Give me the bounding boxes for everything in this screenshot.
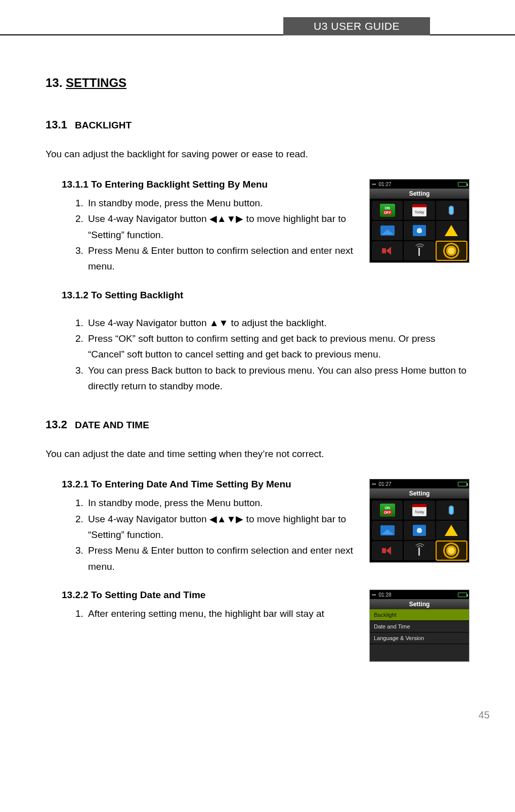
gear-icon bbox=[445, 244, 458, 257]
menu-contacts bbox=[404, 521, 435, 540]
setting-list-blank bbox=[370, 644, 469, 661]
list-item: Use 4-way Navigator button ◀▲▼▶ to move … bbox=[86, 511, 363, 543]
header-rule-left bbox=[0, 17, 283, 35]
heading-13-settings: 13. SETTINGS bbox=[46, 76, 469, 90]
signal-dots-icon: ••• bbox=[372, 481, 376, 487]
menu-mail bbox=[372, 521, 403, 540]
list-item: Use 4-way Navigator button ▲▼ to adjust … bbox=[86, 315, 469, 331]
device-screen-title: Setting bbox=[370, 488, 469, 499]
menu-setting-selected bbox=[436, 241, 467, 260]
device-clock: 01:27 bbox=[379, 481, 392, 487]
steps-13-1-2: Use 4-way Navigator button ▲▼ to adjust … bbox=[62, 315, 469, 394]
menu-calendar: Today bbox=[404, 201, 435, 220]
steps-13-1-1: In standby mode, press the Menu button. … bbox=[62, 195, 363, 275]
list-item: In standby mode, press the Menu button. bbox=[86, 495, 363, 511]
steps-13-2-2: After entering setting menu, the highlig… bbox=[62, 606, 363, 621]
setting-row-language: Language & Version bbox=[370, 633, 469, 644]
signal-dots-icon: ••• bbox=[372, 592, 376, 598]
heading-13-2-title: DATE AND TIME bbox=[75, 420, 149, 430]
list-item: You can press Back button to back to pre… bbox=[86, 363, 469, 394]
list-item: After entering setting menu, the highlig… bbox=[86, 606, 363, 621]
menu-onoff: ONOFF bbox=[372, 201, 403, 220]
device-status-bar: ••• 01:28 bbox=[370, 590, 469, 599]
device-screenshot-setting-grid-2: ••• 01:27 Setting ONOFF Today bbox=[369, 479, 469, 563]
device-clock: 01:27 bbox=[379, 182, 392, 187]
heading-13-1-title: BACKLIGHT bbox=[75, 120, 132, 130]
device-screenshot-setting-list: ••• 01:28 Setting Backlight Date and Tim… bbox=[369, 590, 469, 662]
battery-icon bbox=[458, 182, 467, 187]
list-item: Press Menu & Enter button to confirm sel… bbox=[86, 243, 363, 275]
device-screenshot-setting-grid-1: ••• 01:27 Setting ONOFF Today bbox=[369, 179, 469, 263]
battery-icon bbox=[458, 482, 467, 486]
heading-13-2-2: 13.2.2 To Setting Date and Time bbox=[62, 590, 363, 601]
device-status-bar: ••• 01:27 bbox=[370, 479, 469, 488]
page-body: 13. SETTINGS 13.1 BACKLIGHT You can adju… bbox=[0, 35, 515, 674]
menu-onoff: ONOFF bbox=[372, 501, 403, 520]
menu-calendar: Today bbox=[404, 501, 435, 520]
menu-alert bbox=[436, 521, 467, 540]
device-setting-list: Backlight Date and Time Language & Versi… bbox=[370, 609, 469, 661]
list-item: In standby mode, press the Menu button. bbox=[86, 195, 363, 211]
menu-mail bbox=[372, 221, 403, 240]
header-title: U3 USER GUIDE bbox=[283, 17, 430, 35]
device-menu-grid: ONOFF Today bbox=[370, 199, 469, 262]
device-clock: 01:28 bbox=[379, 592, 392, 598]
heading-13-title: SETTINGS bbox=[66, 76, 126, 89]
list-item: Use 4-way Navigator button ◀▲▼▶ to move … bbox=[86, 211, 363, 243]
page-number: 45 bbox=[0, 709, 490, 721]
setting-row-datetime: Date and Time bbox=[370, 621, 469, 633]
heading-13-number: 13. bbox=[46, 76, 62, 89]
battery-icon bbox=[458, 593, 467, 597]
menu-mic bbox=[436, 201, 467, 220]
menu-alert bbox=[436, 221, 467, 240]
menu-setting-selected bbox=[436, 541, 467, 560]
device-status-bar: ••• 01:27 bbox=[370, 179, 469, 189]
menu-sound bbox=[372, 241, 403, 260]
heading-13-2: 13.2 DATE AND TIME bbox=[46, 418, 469, 431]
intro-13-1: You can adjust the backlight for saving … bbox=[46, 149, 469, 160]
doc-header: U3 USER GUIDE bbox=[0, 0, 515, 35]
list-item: Press “OK” soft button to confirm settin… bbox=[86, 331, 469, 363]
heading-13-2-number: 13.2 bbox=[46, 418, 67, 431]
heading-13-1: 13.1 BACKLIGHT bbox=[46, 118, 469, 131]
signal-dots-icon: ••• bbox=[372, 182, 376, 187]
heading-13-2-1: 13.2.1 To Entering Date And Time Setting… bbox=[62, 479, 363, 490]
heading-13-1-1: 13.1.1 To Entering Backlight Setting By … bbox=[62, 179, 363, 190]
menu-sound bbox=[372, 541, 403, 560]
device-menu-grid: ONOFF Today bbox=[370, 499, 469, 562]
heading-13-1-2: 13.1.2 To Setting Backlight bbox=[62, 290, 469, 301]
menu-contacts bbox=[404, 221, 435, 240]
heading-13-1-number: 13.1 bbox=[46, 118, 67, 131]
menu-network bbox=[404, 241, 435, 260]
device-screen-title: Setting bbox=[370, 599, 469, 609]
device-screen-title: Setting bbox=[370, 189, 469, 199]
header-rule-right bbox=[430, 17, 515, 35]
steps-13-2-1: In standby mode, press the Menu button. … bbox=[62, 495, 363, 574]
intro-13-2: You can adjust the date and time setting… bbox=[46, 448, 469, 460]
list-item: Press Menu & Enter button to confirm sel… bbox=[86, 543, 363, 574]
menu-network bbox=[404, 541, 435, 560]
setting-row-backlight: Backlight bbox=[370, 609, 469, 621]
gear-icon bbox=[445, 544, 458, 557]
menu-mic bbox=[436, 501, 467, 520]
